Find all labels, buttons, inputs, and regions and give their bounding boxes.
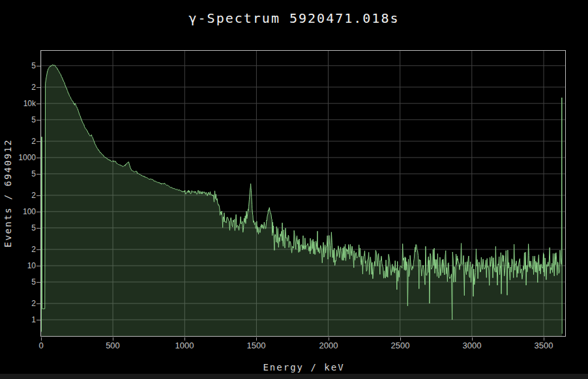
- gamma-spectrum-chart: γ-Spectrum 5920471.018s 5210k52100052100…: [0, 0, 588, 379]
- x-tick-label: 1500: [235, 341, 277, 350]
- y-tick-mark: [37, 141, 40, 142]
- y-tick-mark: [37, 282, 40, 283]
- spectrum-plot-canvas: [41, 51, 565, 336]
- spectrum-area-fill: [41, 65, 562, 336]
- x-tick-label: 3000: [451, 341, 493, 350]
- y-tick-mark: [37, 228, 40, 229]
- y-tick-mark: [37, 212, 40, 212]
- y-axis-title: Events / 6940912: [3, 50, 18, 337]
- x-tick-label: 1000: [164, 341, 205, 350]
- y-tick-mark: [37, 104, 40, 104]
- x-tick-label: 500: [92, 341, 134, 350]
- x-tick-label: 2000: [308, 341, 349, 350]
- x-axis-title: Energy / keV: [41, 362, 566, 372]
- y-tick-mark: [37, 303, 40, 304]
- bottom-scrollbar-track[interactable]: [0, 374, 588, 379]
- x-tick-label: 0: [20, 341, 62, 350]
- chart-title: γ-Spectrum 5920471.018s: [0, 10, 588, 26]
- y-tick-mark: [37, 66, 40, 66]
- y-tick-mark: [37, 266, 40, 266]
- y-tick-mark: [37, 87, 40, 88]
- x-tick-label: 3500: [523, 341, 565, 350]
- plot-area: [40, 50, 566, 337]
- x-tick-label: 2500: [379, 341, 421, 350]
- y-tick-mark: [37, 174, 40, 175]
- y-tick-mark: [37, 120, 40, 120]
- y-tick-mark: [37, 320, 40, 320]
- y-tick-mark: [37, 158, 40, 158]
- y-tick-mark: [37, 195, 40, 196]
- y-tick-mark: [37, 249, 40, 250]
